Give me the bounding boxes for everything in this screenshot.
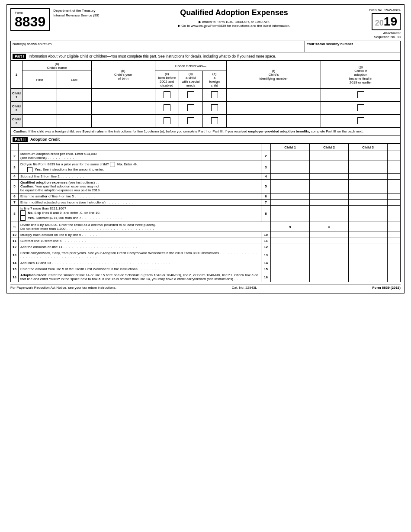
child3-col-c[interactable]	[155, 115, 179, 128]
child3-row-label: Child3	[11, 115, 22, 128]
line5-child2[interactable]	[310, 180, 349, 193]
line13-row: 13 Credit carryforward, if any, from pri…	[11, 250, 401, 260]
child1-col-g[interactable]	[321, 89, 401, 102]
child1-checkbox-g[interactable]	[357, 91, 364, 98]
line14-value[interactable]	[388, 260, 401, 266]
line10-child3[interactable]	[349, 232, 388, 238]
line11-child2[interactable]	[310, 238, 349, 244]
child1-col-d[interactable]	[179, 89, 202, 102]
line11-child1[interactable]	[271, 238, 310, 244]
child1-checkbox-c[interactable]	[164, 91, 170, 98]
line12-value[interactable]	[388, 244, 401, 250]
line7-extra	[388, 200, 401, 206]
child2-checkbox-e[interactable]	[211, 104, 218, 111]
linenum-header-cell	[261, 144, 271, 151]
line8-desc: Is line 7 more than $211,160? No. Skip l…	[19, 206, 261, 222]
line14-spacer2	[310, 260, 349, 266]
part1-title: Information About Your Eligible Child or…	[29, 54, 276, 58]
child1-checkbox-d[interactable]	[187, 91, 194, 98]
child2-col-d[interactable]	[179, 102, 202, 115]
child2-checkbox-d[interactable]	[187, 104, 194, 111]
line13-spacer2	[310, 250, 349, 260]
child2-birth-year[interactable]	[92, 102, 155, 115]
line4-child3[interactable]	[349, 174, 388, 180]
child2-col-e[interactable]	[202, 102, 226, 115]
child1-id-number[interactable]	[226, 89, 321, 102]
line7-value[interactable]	[310, 200, 349, 206]
child1-last-name[interactable]	[57, 89, 92, 102]
footer-right: Form 8839 (2019)	[372, 286, 401, 290]
line8-num: 8	[11, 206, 19, 222]
line3-child2[interactable]	[310, 161, 349, 174]
child1-birth-year[interactable]	[92, 89, 155, 102]
line3-child1[interactable]	[271, 161, 310, 174]
line2-desc: Maximum adoption credit per child. Enter…	[19, 151, 261, 161]
col-e-header: (e) a foreign child	[202, 71, 226, 89]
line11-child3[interactable]	[349, 238, 388, 244]
child2-checkbox-c[interactable]	[164, 104, 170, 111]
child3-col-d[interactable]	[179, 115, 202, 128]
line15-value[interactable]	[388, 266, 401, 272]
line9-num: 9	[11, 222, 19, 232]
child3-id-number[interactable]	[226, 115, 321, 128]
child3-checkbox-c[interactable]	[164, 117, 170, 124]
line12-spacer2	[310, 244, 349, 250]
line9-value[interactable]	[349, 222, 388, 232]
line2-child1[interactable]	[271, 151, 310, 161]
footer: For Paperwork Reduction Act Notice, see …	[10, 284, 401, 290]
line3-yes-checkbox[interactable]	[27, 167, 32, 172]
line4-child1[interactable]	[271, 174, 310, 180]
name-field-label: Name(s) shown on return	[11, 41, 305, 52]
child3-col-e[interactable]	[202, 115, 226, 128]
child2-checkbox-g[interactable]	[357, 104, 364, 111]
name-input-area[interactable]	[13, 46, 303, 51]
line5-child1[interactable]	[271, 180, 310, 193]
line13-spacer3	[349, 250, 388, 260]
child3-last-name[interactable]	[57, 115, 92, 128]
line3-no-checkbox[interactable]	[110, 162, 115, 167]
line5-desc: Qualified adoption expenses (see instruc…	[19, 180, 261, 193]
child2-col-g[interactable]	[321, 102, 401, 115]
line10-child1[interactable]	[271, 232, 310, 238]
child3-checkbox-e[interactable]	[211, 117, 218, 124]
line10-child2[interactable]	[310, 232, 349, 238]
line6-num: 6	[11, 193, 19, 200]
line5-child3[interactable]	[349, 180, 388, 193]
child2-id-number[interactable]	[226, 102, 321, 115]
col-g-header: (g) Check if adoption became final in 20…	[321, 61, 401, 89]
child3-col-g[interactable]	[321, 115, 401, 128]
line6-child3[interactable]	[349, 193, 388, 200]
line13-desc: Credit carryforward, if any, from prior …	[19, 250, 261, 260]
desc-header-cell	[19, 144, 261, 151]
line2-child2[interactable]	[310, 151, 349, 161]
ssn-input-area[interactable]	[307, 46, 398, 51]
line13-value[interactable]	[388, 250, 401, 260]
child3-first-name[interactable]	[22, 115, 57, 128]
child2-col-c[interactable]	[155, 102, 179, 115]
line16-desc: Adoption Credit. Enter the smaller of li…	[19, 272, 261, 282]
line1-label: 1	[11, 61, 22, 89]
child2-first-name[interactable]	[22, 102, 57, 115]
line2-child3[interactable]	[349, 151, 388, 161]
line8-value[interactable]	[310, 206, 349, 222]
child1-col-c[interactable]	[155, 89, 179, 102]
line6-child1[interactable]	[271, 193, 310, 200]
child1-checkbox-e[interactable]	[211, 91, 218, 98]
line6-extra	[388, 193, 401, 200]
line3-child3[interactable]	[349, 161, 388, 174]
line2-num: 2	[11, 151, 19, 161]
line6-child2[interactable]	[310, 193, 349, 200]
line8-no-checkbox[interactable]	[20, 210, 26, 216]
line16-value[interactable]	[388, 272, 401, 282]
child3-checkbox-d[interactable]	[187, 117, 194, 124]
child3-checkbox-g[interactable]	[357, 117, 364, 124]
child3-birth-year[interactable]	[92, 115, 155, 128]
child2-last-name[interactable]	[57, 102, 92, 115]
line6-row: 6 Enter the smaller of line 4 or line 5 …	[11, 193, 401, 200]
line15-spacer3	[349, 266, 388, 272]
line4-child2[interactable]	[310, 174, 349, 180]
child1-col-e[interactable]	[202, 89, 226, 102]
attachment-label: Attachment	[369, 31, 401, 35]
child1-first-name[interactable]	[22, 89, 57, 102]
line8-yes-checkbox[interactable]	[20, 216, 26, 221]
